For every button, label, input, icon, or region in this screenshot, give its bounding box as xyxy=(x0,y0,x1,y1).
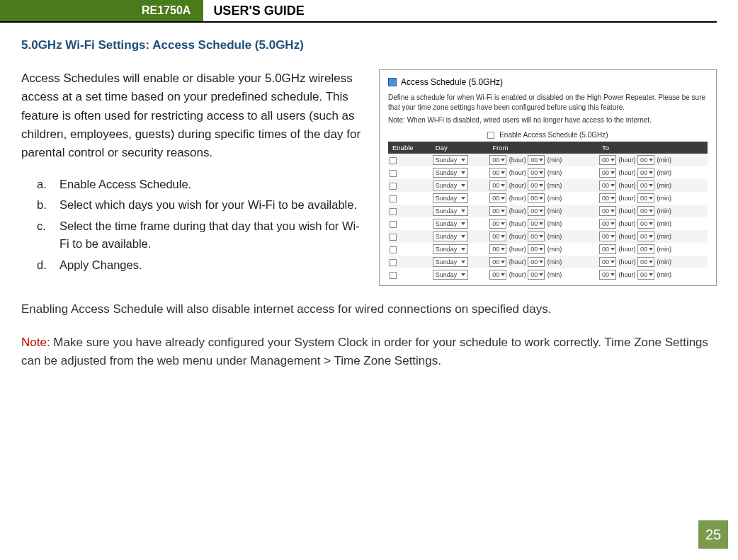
time-select[interactable]: 00 xyxy=(599,155,616,165)
day-select[interactable]: Sunday xyxy=(433,181,468,190)
row-enable-checkbox[interactable] xyxy=(390,170,397,177)
row-enable-checkbox[interactable] xyxy=(390,259,397,266)
enable-master-checkbox[interactable] xyxy=(487,132,494,139)
row-enable-checkbox[interactable] xyxy=(390,183,397,190)
day-select[interactable]: Sunday xyxy=(433,206,468,216)
step-item: a.Enable Access Schedule. xyxy=(37,176,365,194)
time-select[interactable]: 00 xyxy=(489,181,506,190)
time-select[interactable]: 00 xyxy=(489,257,506,267)
chevron-down-icon xyxy=(501,159,505,161)
row-enable-checkbox[interactable] xyxy=(390,221,397,228)
chevron-down-icon xyxy=(649,261,653,263)
time-select[interactable]: 00 xyxy=(637,270,654,280)
day-select[interactable]: Sunday xyxy=(433,168,468,178)
time-select[interactable]: 00 xyxy=(637,181,654,190)
table-row: Sunday00 (hour) 00 (min)00 (hour) 00 (mi… xyxy=(388,243,708,256)
table-row: Sunday00 (hour) 00 (min)00 (hour) 00 (mi… xyxy=(388,166,708,179)
day-select[interactable]: Sunday xyxy=(433,219,468,229)
time-select[interactable]: 00 xyxy=(637,257,654,267)
time-select[interactable]: 00 xyxy=(599,206,616,216)
time-select[interactable]: 00 xyxy=(528,219,545,229)
time-select[interactable]: 00 xyxy=(489,168,506,178)
time-select[interactable]: 00 xyxy=(528,155,545,165)
time-select[interactable]: 00 xyxy=(599,232,616,241)
time-select[interactable]: 00 xyxy=(489,270,506,280)
time-select[interactable]: 00 xyxy=(528,168,545,178)
time-select[interactable]: 00 xyxy=(599,193,616,203)
row-enable-checkbox[interactable] xyxy=(390,208,397,215)
chevron-down-icon xyxy=(539,159,543,161)
time-select[interactable]: 00 xyxy=(599,244,616,254)
col-to: To xyxy=(598,142,708,154)
table-row: Sunday00 (hour) 00 (min)00 (hour) 00 (mi… xyxy=(388,179,708,192)
time-select[interactable]: 00 xyxy=(528,181,545,190)
time-select[interactable]: 00 xyxy=(599,181,616,190)
time-select[interactable]: 00 xyxy=(599,257,616,267)
day-select[interactable]: Sunday xyxy=(433,232,468,241)
chevron-down-icon xyxy=(501,210,505,212)
min-label: (min) xyxy=(545,195,562,202)
time-select[interactable]: 00 xyxy=(599,219,616,229)
day-select[interactable]: Sunday xyxy=(433,193,468,203)
chevron-down-icon xyxy=(501,235,505,238)
time-select[interactable]: 00 xyxy=(489,193,506,203)
hour-label: (hour) xyxy=(507,182,528,189)
row-enable-checkbox[interactable] xyxy=(390,272,397,279)
row-enable-checkbox[interactable] xyxy=(390,195,397,202)
time-select[interactable]: 00 xyxy=(637,168,654,178)
time-select[interactable]: 00 xyxy=(599,270,616,280)
time-select[interactable]: 00 xyxy=(528,244,545,254)
hour-label: (hour) xyxy=(617,258,637,265)
day-select[interactable]: Sunday xyxy=(433,155,468,165)
row-enable-checkbox[interactable] xyxy=(390,246,397,253)
time-select[interactable]: 00 xyxy=(637,206,654,216)
day-select[interactable]: Sunday xyxy=(433,257,468,267)
time-select[interactable]: 00 xyxy=(489,219,506,229)
hour-label: (hour) xyxy=(507,271,528,278)
step-letter: a. xyxy=(37,176,57,194)
chevron-down-icon xyxy=(649,184,653,187)
time-select[interactable]: 00 xyxy=(528,257,545,267)
hour-label: (hour) xyxy=(617,169,637,176)
time-select[interactable]: 00 xyxy=(637,193,654,203)
chevron-down-icon xyxy=(501,222,505,225)
row-enable-checkbox[interactable] xyxy=(390,234,397,241)
step-item: c.Select the time frame during that day … xyxy=(37,217,365,253)
min-label: (min) xyxy=(655,207,671,215)
day-select[interactable]: Sunday xyxy=(433,270,468,280)
step-item: d.Apply Changes. xyxy=(37,256,365,275)
time-select[interactable]: 00 xyxy=(528,232,545,241)
panel-icon xyxy=(388,78,397,86)
table-row: Sunday00 (hour) 00 (min)00 (hour) 00 (mi… xyxy=(388,268,708,281)
time-select[interactable]: 00 xyxy=(489,244,506,254)
schedule-table: Enable Day From To Sunday00 (hour) 00 (m… xyxy=(388,142,708,281)
table-row: Sunday00 (hour) 00 (min)00 (hour) 00 (mi… xyxy=(388,154,708,166)
time-select[interactable]: 00 xyxy=(599,168,616,178)
time-select[interactable]: 00 xyxy=(528,193,545,203)
time-select[interactable]: 00 xyxy=(637,232,654,241)
time-select[interactable]: 00 xyxy=(637,219,654,229)
chevron-down-icon xyxy=(539,235,543,238)
chevron-down-icon xyxy=(461,210,465,212)
time-select[interactable]: 00 xyxy=(637,155,654,165)
time-select[interactable]: 00 xyxy=(489,232,506,241)
time-select[interactable]: 00 xyxy=(528,206,545,216)
hour-label: (hour) xyxy=(507,156,528,164)
min-label: (min) xyxy=(545,156,562,164)
hour-label: (hour) xyxy=(617,182,637,189)
chevron-down-icon xyxy=(461,261,465,263)
min-label: (min) xyxy=(545,258,562,265)
time-select[interactable]: 00 xyxy=(489,206,506,216)
min-label: (min) xyxy=(545,182,562,189)
time-select[interactable]: 00 xyxy=(489,155,506,165)
min-label: (min) xyxy=(545,169,562,176)
min-label: (min) xyxy=(545,220,562,227)
time-select[interactable]: 00 xyxy=(528,270,545,280)
min-label: (min) xyxy=(655,169,671,176)
time-select[interactable]: 00 xyxy=(637,244,654,254)
guide-title: USER'S GUIDE xyxy=(203,0,304,21)
day-select[interactable]: Sunday xyxy=(433,244,468,254)
row-enable-checkbox[interactable] xyxy=(390,157,397,164)
chevron-down-icon xyxy=(461,184,465,187)
chevron-down-icon xyxy=(501,273,505,276)
